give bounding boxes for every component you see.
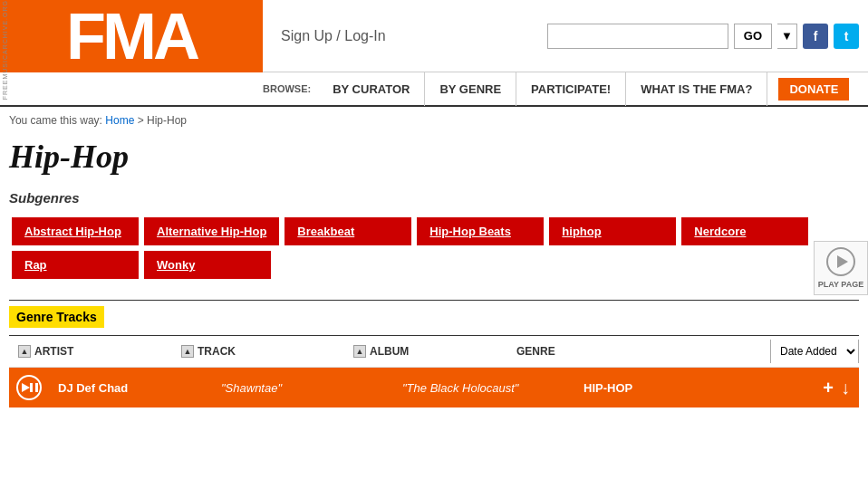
go-button[interactable]: GO <box>734 24 772 49</box>
pause-bars <box>30 383 38 392</box>
search-input[interactable] <box>547 24 728 49</box>
breadcrumb-prefix: You came this way: <box>9 114 102 127</box>
breadcrumb-current: Hip-Hop <box>147 114 187 127</box>
nav-bar: BROWSE: BY CURATOR BY GENRE PARTICIPATE!… <box>0 72 868 107</box>
sort-artist[interactable]: ▲ ARTIST <box>9 345 172 358</box>
nav-item-by-genre[interactable]: BY GENRE <box>425 72 516 106</box>
sort-track-arrow[interactable]: ▲ <box>181 345 194 358</box>
header-middle: Sign Up / Log-In <box>263 28 547 44</box>
play-page-label: PLAY PAGE <box>818 280 863 289</box>
subgenre-tag[interactable]: Abstract Hip-Hop <box>12 217 139 245</box>
sort-album-arrow[interactable]: ▲ <box>353 345 366 358</box>
now-playing-genre: HIP-HOP <box>574 381 823 395</box>
subgenre-tag[interactable]: Hip-Hop Beats <box>417 217 544 245</box>
play-page-area[interactable]: PLAY PAGE <box>814 241 868 295</box>
sign-up-link[interactable]: Sign Up / Log-In <box>281 28 386 44</box>
sort-album-label: ALBUM <box>370 345 409 358</box>
now-playing-track[interactable]: "Shawntae" <box>212 381 393 395</box>
nav-item-what-is-fma[interactable]: WHAT IS THE FMA? <box>626 72 767 106</box>
subgenres-label: Subgenres <box>9 190 859 206</box>
subgenre-tag[interactable]: Alternative Hip-Hop <box>144 217 279 245</box>
subgenre-tag[interactable]: Wonky <box>144 251 271 279</box>
search-dropdown-button[interactable]: ▼ <box>777 24 797 49</box>
sort-artist-arrow[interactable]: ▲ <box>18 345 31 358</box>
subgenres-grid: Abstract Hip-HopAlternative Hip-HopBreak… <box>9 215 859 282</box>
breadcrumb: You came this way: Home > Hip-Hop <box>0 107 868 134</box>
sort-genre-label: GENRE <box>516 345 555 358</box>
add-to-playlist-button[interactable]: + <box>823 378 834 398</box>
date-sort-dropdown[interactable]: Date Added Title Artist Album <box>770 340 859 363</box>
header: FREEMUSICARCHIVE.ORG FMA Sign Up / Log-I… <box>0 0 868 72</box>
sort-artist-label: ARTIST <box>34 345 73 358</box>
genre-tracks-header: Genre Tracks <box>9 306 104 328</box>
sort-track[interactable]: ▲ TRACK <box>172 345 344 358</box>
pause-bar-1 <box>30 383 33 392</box>
logo[interactable]: FMA <box>66 4 197 69</box>
pause-bar-2 <box>35 383 38 392</box>
download-button[interactable]: ↓ <box>841 378 850 398</box>
sort-bar: ▲ ARTIST ▲ TRACK ▲ ALBUM GENRE Date Adde… <box>9 335 859 368</box>
subgenre-tag[interactable]: Rap <box>12 251 139 279</box>
sort-track-label: TRACK <box>198 345 236 358</box>
subgenre-tag[interactable]: Nerdcore <box>681 217 808 245</box>
now-playing-artist[interactable]: DJ Def Chad <box>49 381 212 395</box>
subgenre-tag[interactable]: Breakbeat <box>285 217 411 245</box>
play-page-icon <box>826 247 855 276</box>
now-playing-row: DJ Def Chad "Shawntae" "The Black Holoca… <box>9 368 859 408</box>
subgenre-tag[interactable]: hiphop <box>549 217 676 245</box>
now-playing-actions: + ↓ <box>823 378 859 398</box>
browse-label: BROWSE: <box>263 83 311 94</box>
now-playing-album[interactable]: "The Black Holocaust" <box>393 381 574 395</box>
sort-album[interactable]: ▲ ALBUM <box>344 345 507 358</box>
facebook-icon[interactable]: f <box>803 24 828 49</box>
date-sort-select[interactable]: Date Added Title Artist Album <box>771 340 858 363</box>
genre-tracks-section: Genre Tracks ▲ ARTIST ▲ TRACK ▲ ALBUM GE… <box>0 306 868 408</box>
pause-icon <box>16 375 42 400</box>
subgenres-section: Subgenres Abstract Hip-HopAlternative Hi… <box>0 190 868 282</box>
nav-item-participate[interactable]: PARTICIPATE! <box>516 72 626 106</box>
header-right: GO ▼ f t <box>547 24 868 49</box>
breadcrumb-home[interactable]: Home <box>105 114 134 127</box>
chevron-down-icon: ▼ <box>781 29 793 43</box>
divider <box>9 300 859 301</box>
page-title: Hip-Hop <box>0 134 868 190</box>
donate-button[interactable]: DONATE <box>778 78 849 101</box>
nav-item-by-curator[interactable]: BY CURATOR <box>318 72 425 106</box>
logo-area: FREEMUSICARCHIVE.ORG FMA <box>0 0 263 72</box>
twitter-icon[interactable]: t <box>834 24 859 49</box>
breadcrumb-separator: > <box>138 114 144 127</box>
content-wrapper: PLAY PAGE You came this way: Home > Hip-… <box>0 107 868 408</box>
play-pause-button[interactable] <box>9 368 49 408</box>
fma-side-text: FREEMUSICARCHIVE.ORG <box>2 0 8 100</box>
